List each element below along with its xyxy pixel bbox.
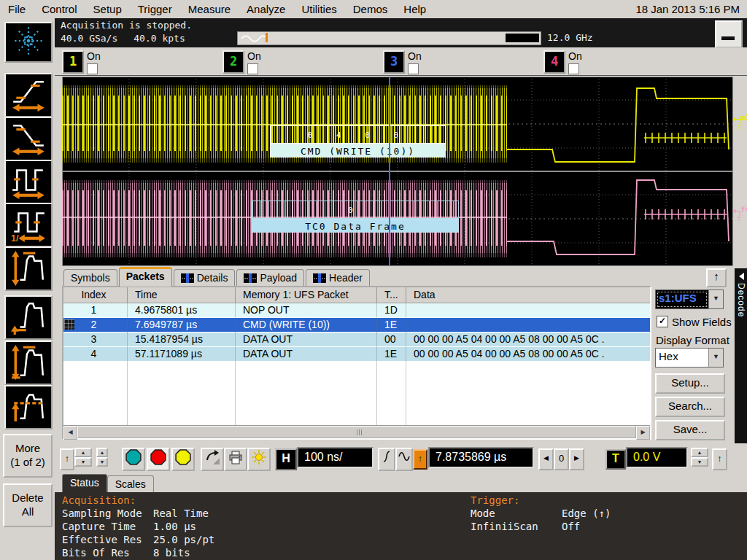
table-cell-selected[interactable]: CMD (WRITE (10)) (236, 318, 377, 332)
table-cell-selected[interactable] (406, 318, 650, 332)
channel-1-button[interactable]: 1 (62, 50, 84, 74)
spin-up-button[interactable]: ▲ (74, 448, 92, 457)
menu-item-measure[interactable]: Measure (180, 1, 239, 17)
channel-3-checkbox[interactable] (408, 63, 419, 74)
display-format-select[interactable]: Hex ▼ (655, 348, 724, 368)
tab-status[interactable]: Status (62, 474, 107, 492)
scroll-top-button[interactable]: ↑ (712, 448, 727, 470)
horizontal-scrollbar[interactable]: ◀ ▶ (63, 425, 650, 438)
table-cell[interactable]: DATA OUT (236, 347, 377, 362)
tab-symbols[interactable]: Symbols (63, 269, 117, 287)
brightness-button[interactable] (247, 448, 271, 471)
measure-minimum-button[interactable] (4, 295, 53, 340)
zoom-normal-button[interactable] (378, 448, 395, 471)
column-header-data[interactable]: Data (406, 287, 650, 303)
panel-scroll-up-button[interactable]: ↑ (706, 268, 727, 287)
tab-details[interactable]: Details (174, 269, 236, 287)
measure-period-button[interactable] (4, 160, 53, 204)
menu-item-file[interactable]: File (0, 1, 34, 17)
decode-source-select[interactable]: s1:UFS ▼ (655, 289, 724, 309)
menu-item-control[interactable]: Control (34, 1, 85, 17)
spin-down-button[interactable]: ▼ (74, 457, 92, 467)
time-cursor-line[interactable] (389, 77, 390, 266)
decode-side-tab[interactable]: Decode (735, 268, 747, 443)
trigger-level-display[interactable]: 0.0 V (626, 447, 688, 468)
measure-maximum-button[interactable] (4, 246, 53, 291)
delay-display[interactable]: 7.8735869 µs (428, 447, 534, 468)
channel-2-button[interactable]: 2 (222, 50, 244, 74)
column-header-index[interactable]: Index (63, 287, 128, 303)
spin-down-button[interactable]: ▼ (691, 457, 708, 467)
chevron-down-icon[interactable]: ▼ (708, 290, 723, 308)
waveform-display[interactable]: 0 4 0 0 CMD (WRITE (10)) 0 TC0 Data Fram… (62, 77, 733, 266)
more-button[interactable]: More (1 of 2) (3, 434, 53, 478)
measure-peak-peak-button[interactable] (4, 341, 53, 385)
column-header-packet[interactable]: Memory 1: UFS Packet (236, 287, 377, 303)
delay-zero-button[interactable]: 0 (554, 448, 569, 470)
delay-left-button[interactable]: ◀ (538, 448, 554, 470)
run-button[interactable] (122, 448, 145, 471)
measure-fall-time-button[interactable] (4, 117, 53, 161)
measure-average-button[interactable] (4, 385, 53, 429)
table-cell-selected[interactable]: 2 (63, 318, 128, 332)
menu-item-trigger[interactable]: Trigger (130, 1, 180, 17)
marker-f4[interactable]: f4 (732, 205, 747, 227)
table-cell[interactable]: 3 (63, 332, 128, 347)
menu-item-utilities[interactable]: Utilities (293, 1, 344, 17)
measure-rise-time-button[interactable] (4, 73, 53, 117)
channel-2-checkbox[interactable] (247, 63, 258, 74)
menu-item-demos[interactable]: Demos (345, 1, 396, 17)
column-header-t[interactable]: T... (377, 287, 406, 303)
spin-up-button[interactable]: ▲ (691, 448, 708, 457)
channel-4-button[interactable]: 4 (543, 50, 565, 74)
delay-reference-button[interactable]: ↑ (413, 449, 427, 470)
trigger-badge[interactable]: T (605, 449, 626, 470)
table-cell[interactable]: NOP OUT (236, 303, 377, 318)
menu-item-analyze[interactable]: Analyze (239, 1, 293, 17)
menu-item-setup[interactable]: Setup (85, 1, 130, 17)
show-fields-checkbox[interactable]: ✓ (657, 316, 668, 327)
zoom-sine-button[interactable] (395, 448, 413, 471)
pan-up-button[interactable]: ↑ (60, 448, 74, 470)
export-button[interactable] (201, 448, 224, 471)
single-button[interactable] (171, 448, 195, 471)
table-cell-selected[interactable]: 1E (377, 318, 406, 332)
channel-4-checkbox[interactable] (568, 63, 579, 74)
print-button[interactable] (224, 448, 247, 471)
table-cell[interactable] (406, 303, 650, 318)
delete-all-button[interactable]: Delete All (3, 483, 53, 527)
table-cell[interactable]: 4 (63, 347, 128, 362)
scroll-thumb[interactable] (77, 426, 636, 438)
chevron-down-icon[interactable]: ▼ (708, 349, 723, 367)
spin-down-button[interactable]: ▼ (96, 457, 108, 467)
delay-right-button[interactable]: ▶ (569, 448, 584, 470)
table-cell-selected[interactable]: 7.6949787 µs (128, 318, 236, 332)
menu-item-help[interactable]: Help (395, 1, 434, 17)
table-cell[interactable]: 00 (377, 332, 406, 347)
column-header-time[interactable]: Time (128, 287, 236, 303)
marker-m1[interactable]: m1 (732, 113, 747, 135)
scroll-right-button[interactable]: ▶ (636, 426, 650, 440)
table-cell[interactable]: 1E (377, 347, 406, 362)
table-cell[interactable]: 1 (63, 303, 128, 318)
tab-packets[interactable]: Packets (119, 267, 172, 287)
table-cell[interactable]: 00 00 00 A5 04 00 00 A5 08 00 00 A5 0C . (406, 332, 650, 347)
table-cell[interactable]: 00 00 00 A5 04 00 00 A5 08 00 00 A5 0C . (406, 347, 650, 362)
tab-scales[interactable]: Scales (107, 475, 154, 492)
table-cell[interactable]: 1D (377, 303, 406, 318)
save-button[interactable]: Save... (655, 420, 725, 440)
tab-header[interactable]: Header (306, 269, 370, 287)
channel-3-button[interactable]: 3 (383, 50, 405, 74)
table-cell[interactable]: 57.1171089 µs (128, 347, 236, 362)
search-button[interactable]: Search... (655, 397, 725, 417)
table-cell[interactable]: DATA OUT (236, 332, 377, 347)
bandwidth-slider[interactable] (237, 31, 541, 45)
spin-up-button[interactable]: ▲ (96, 448, 108, 457)
setup-button[interactable]: Setup... (655, 373, 725, 394)
channel-1-checkbox[interactable] (87, 63, 98, 74)
timebase-display[interactable]: 100 ns/ (297, 447, 374, 468)
measure-frequency-button[interactable]: 1/ (4, 203, 53, 247)
scroll-left-button[interactable]: ◀ (63, 426, 77, 440)
agilent-logo-button[interactable] (4, 22, 53, 63)
stop-button[interactable] (147, 448, 170, 471)
